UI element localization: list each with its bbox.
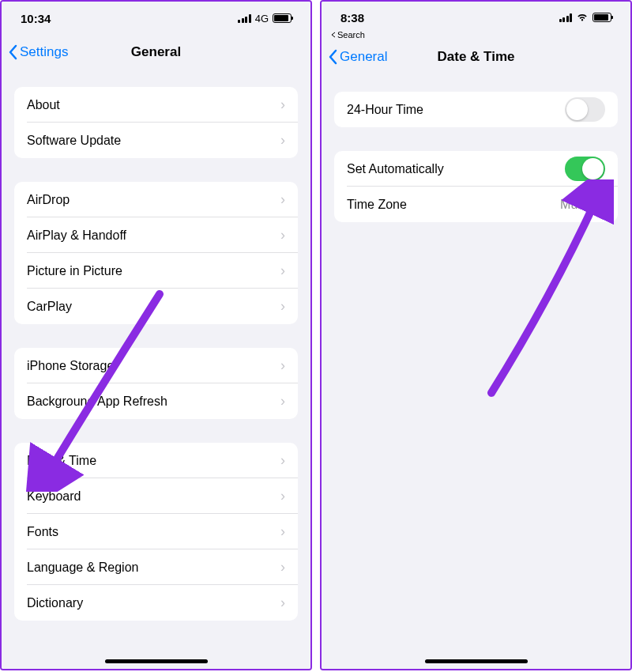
row-background-app-refresh[interactable]: Background App Refresh›	[14, 383, 298, 419]
group-auto-tz: Set Automatically Time Zone Mumbai	[334, 151, 618, 222]
time-zone-value: Mumbai	[560, 198, 605, 212]
status-time: 10:34	[21, 12, 51, 25]
chevron-right-icon: ›	[280, 227, 285, 244]
settings-group: Date & Time›Keyboard›Fonts›Language & Re…	[14, 443, 298, 621]
row-label: Time Zone	[347, 198, 407, 212]
row-label: Keyboard	[27, 489, 81, 504]
row-label: Fonts	[27, 525, 58, 539]
network-label: 4G	[255, 13, 269, 25]
chevron-right-icon: ›	[280, 595, 285, 611]
datetime-content[interactable]: 24-Hour Time Set Automatically Time Zone…	[322, 74, 630, 669]
row-time-zone[interactable]: Time Zone Mumbai	[334, 187, 618, 222]
row-software-update[interactable]: Software Update›	[14, 123, 298, 158]
row-keyboard[interactable]: Keyboard›	[14, 478, 298, 514]
status-right: 4G	[238, 13, 292, 25]
home-indicator[interactable]	[105, 659, 208, 663]
row-label: Software Update	[27, 134, 121, 148]
settings-content[interactable]: About›Software Update›AirDrop›AirPlay & …	[2, 70, 310, 669]
row-picture-in-picture[interactable]: Picture in Picture›	[14, 253, 298, 289]
row-label: About	[27, 98, 60, 112]
row-fonts[interactable]: Fonts›	[14, 514, 298, 549]
breadcrumb-back[interactable]: Search	[322, 28, 630, 40]
row-dictionary[interactable]: Dictionary›	[14, 585, 298, 621]
row-about[interactable]: About›	[14, 87, 298, 123]
chevron-right-icon: ›	[280, 298, 285, 315]
row-airdrop[interactable]: AirDrop›	[14, 182, 298, 217]
row-label: Picture in Picture	[27, 264, 122, 278]
chevron-left-icon	[328, 49, 337, 65]
row-iphone-storage[interactable]: iPhone Storage›	[14, 348, 298, 383]
chevron-right-icon: ›	[280, 559, 285, 576]
row-label: Language & Region	[27, 561, 138, 575]
home-indicator[interactable]	[425, 659, 528, 663]
toggle-set-automatically[interactable]	[565, 157, 605, 181]
battery-icon	[273, 13, 292, 23]
cellular-signal-icon	[559, 13, 573, 22]
back-button[interactable]: Settings	[8, 44, 68, 60]
cellular-signal-icon	[238, 14, 251, 23]
status-bar: 8:38	[322, 2, 630, 28]
breadcrumb-caret-icon	[331, 32, 336, 38]
row-24hour-time[interactable]: 24-Hour Time	[334, 92, 618, 127]
row-label: Set Automatically	[347, 162, 444, 176]
chevron-right-icon: ›	[280, 393, 285, 410]
settings-group: AirDrop›AirPlay & Handoff›Picture in Pic…	[14, 182, 298, 324]
row-label: AirDrop	[27, 193, 70, 207]
chevron-right-icon: ›	[280, 96, 285, 113]
phone-right-datetime: 8:38 Search General Date & Time 24-Hour …	[320, 0, 632, 670]
status-bar: 10:34 4G	[2, 2, 310, 35]
nav-bar: Settings General	[2, 35, 310, 70]
page-title: Date & Time	[438, 49, 515, 65]
row-label: iPhone Storage	[27, 359, 114, 373]
chevron-right-icon: ›	[280, 262, 285, 279]
row-date-time[interactable]: Date & Time›	[14, 443, 298, 478]
wifi-icon	[576, 13, 589, 22]
row-set-automatically[interactable]: Set Automatically	[334, 151, 618, 187]
toggle-24hour[interactable]	[565, 97, 605, 122]
settings-group: About›Software Update›	[14, 87, 298, 158]
chevron-right-icon: ›	[280, 132, 285, 149]
row-label: Date & Time	[27, 454, 96, 468]
back-label: General	[340, 49, 387, 65]
battery-icon	[592, 13, 611, 22]
back-label: Settings	[20, 44, 68, 60]
status-time: 8:38	[340, 11, 364, 25]
status-right	[559, 13, 612, 22]
row-label: Dictionary	[27, 596, 83, 610]
breadcrumb-label: Search	[337, 30, 365, 40]
row-label: 24-Hour Time	[347, 103, 423, 117]
row-language-region[interactable]: Language & Region›	[14, 549, 298, 585]
row-label: Background App Refresh	[27, 395, 167, 409]
chevron-right-icon: ›	[280, 523, 285, 540]
chevron-left-icon	[8, 44, 17, 60]
chevron-right-icon: ›	[280, 488, 285, 504]
group-24hour: 24-Hour Time	[334, 92, 618, 127]
chevron-right-icon: ›	[280, 191, 285, 208]
row-carplay[interactable]: CarPlay›	[14, 289, 298, 324]
chevron-right-icon: ›	[280, 357, 285, 374]
settings-group: iPhone Storage›Background App Refresh›	[14, 348, 298, 419]
row-airplay-handoff[interactable]: AirPlay & Handoff›	[14, 217, 298, 253]
phone-left-general: 10:34 4G Settings General About›Software…	[0, 0, 312, 670]
chevron-right-icon: ›	[280, 452, 285, 469]
row-label: AirPlay & Handoff	[27, 228, 126, 243]
row-label: CarPlay	[27, 300, 72, 314]
back-button[interactable]: General	[328, 49, 387, 65]
page-title: General	[131, 44, 181, 60]
nav-bar: General Date & Time	[322, 40, 630, 74]
